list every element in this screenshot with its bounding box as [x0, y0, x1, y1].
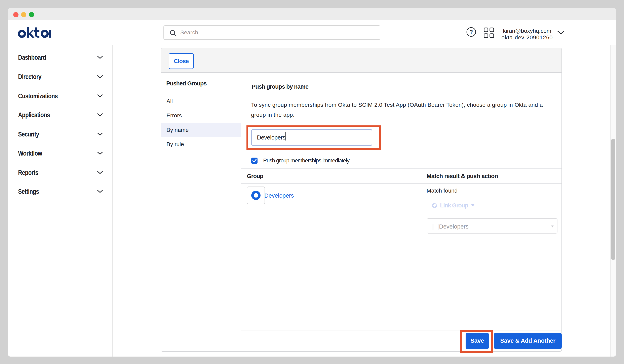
svg-text:?: ?: [469, 29, 473, 35]
